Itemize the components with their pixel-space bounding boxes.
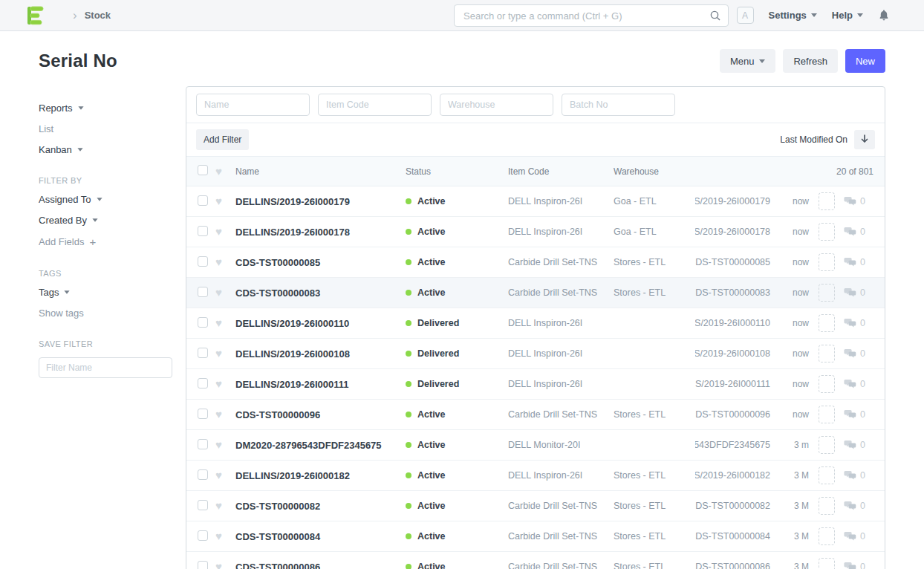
row-name-link[interactable]: CDS-TST00000086 bbox=[235, 562, 320, 569]
heart-icon[interactable]: ♥ bbox=[215, 256, 222, 268]
sidebar-item-created-by[interactable]: Created By bbox=[39, 215, 171, 226]
table-row: ♥ DELLINS/2019-26I000179 Active DELL Ins… bbox=[186, 186, 885, 217]
comment-count-value: 0 bbox=[860, 348, 865, 359]
heart-icon[interactable]: ♥ bbox=[215, 286, 222, 299]
assign-placeholder[interactable] bbox=[819, 223, 835, 241]
new-button[interactable]: New bbox=[845, 49, 885, 73]
assign-placeholder[interactable] bbox=[819, 527, 835, 545]
select-all-checkbox[interactable] bbox=[198, 165, 208, 175]
modified-cell: now bbox=[778, 348, 809, 359]
heart-icon[interactable]: ♥ bbox=[215, 316, 222, 329]
avatar[interactable]: A bbox=[737, 7, 754, 24]
comment-count: 0 bbox=[844, 348, 873, 359]
comment-bubbles-icon bbox=[844, 196, 856, 207]
row-name-link[interactable]: CDS-TST00000084 bbox=[235, 531, 320, 542]
comment-bubbles-icon bbox=[844, 257, 856, 267]
row-checkbox[interactable] bbox=[198, 561, 208, 569]
row-name-link[interactable]: CDS-TST00000083 bbox=[235, 287, 320, 299]
heart-icon[interactable]: ♥ bbox=[215, 499, 222, 512]
sidebar-item-add-fields[interactable]: Add Fields + bbox=[39, 235, 171, 248]
status-dot-icon bbox=[406, 351, 411, 357]
sidebar-item-list[interactable]: List bbox=[39, 123, 171, 134]
batch-no-filter-input[interactable] bbox=[562, 94, 675, 116]
chevron-down-icon bbox=[811, 13, 817, 17]
sort-field-selector[interactable]: Last Modified On bbox=[780, 134, 847, 145]
sidebar-item-show-tags[interactable]: Show tags bbox=[39, 308, 171, 319]
assign-placeholder[interactable] bbox=[819, 284, 835, 302]
status-label: Active bbox=[417, 409, 446, 420]
assign-placeholder[interactable] bbox=[819, 466, 835, 484]
row-name-link[interactable]: CDS-TST00000096 bbox=[235, 409, 320, 420]
row-checkbox[interactable] bbox=[198, 409, 208, 419]
menu-button-label: Menu bbox=[730, 56, 755, 67]
notifications-bell-icon[interactable] bbox=[878, 9, 890, 22]
heart-icon[interactable]: ♥ bbox=[215, 225, 222, 238]
row-checkbox[interactable] bbox=[198, 439, 208, 449]
row-name-link[interactable]: CDS-TST00000082 bbox=[235, 501, 320, 512]
search-icon bbox=[709, 10, 721, 25]
sidebar-item-kanban[interactable]: Kanban bbox=[39, 144, 171, 155]
heart-icon[interactable]: ♥ bbox=[215, 377, 222, 390]
row-name-link[interactable]: DELLINS/2019-26I000182 bbox=[235, 470, 350, 481]
help-menu[interactable]: Help bbox=[832, 10, 863, 21]
breadcrumb[interactable]: Stock bbox=[85, 10, 111, 21]
table-row: ♥ CDS-TST00000086 Active Carbide Drill S… bbox=[186, 552, 885, 569]
heart-icon[interactable]: ♥ bbox=[215, 195, 222, 207]
assign-placeholder[interactable] bbox=[819, 345, 835, 362]
column-header-warehouse: Warehouse bbox=[614, 166, 836, 177]
item-code-filter-input[interactable] bbox=[318, 94, 432, 116]
row-checkbox[interactable] bbox=[198, 256, 208, 267]
assign-placeholder[interactable] bbox=[819, 192, 835, 210]
chevron-down-icon bbox=[77, 148, 82, 152]
erpnext-logo-icon[interactable] bbox=[27, 6, 46, 25]
warehouse-filter-input[interactable] bbox=[440, 94, 553, 116]
row-name-link[interactable]: DM2020-28796543DFDF2345675 bbox=[235, 440, 382, 451]
refresh-button[interactable]: Refresh bbox=[783, 49, 838, 73]
status-dot-icon bbox=[406, 442, 411, 448]
assign-placeholder[interactable] bbox=[819, 558, 835, 569]
row-checkbox[interactable] bbox=[198, 317, 208, 328]
row-name-link[interactable]: CDS-TST00000085 bbox=[235, 257, 320, 268]
heart-icon[interactable]: ♥ bbox=[215, 530, 222, 542]
row-name-link[interactable]: DELLINS/2019-26I000111 bbox=[235, 379, 349, 390]
modified-cell: 3 M bbox=[778, 470, 809, 481]
row-name-link[interactable]: DELLINS/2019-26I000179 bbox=[235, 196, 350, 207]
heart-icon[interactable]: ♥ bbox=[215, 438, 222, 451]
row-name-link[interactable]: DELLINS/2019-26I000178 bbox=[235, 227, 350, 238]
row-name-link[interactable]: DELLINS/2019-26I000110 bbox=[235, 318, 349, 329]
add-filter-button[interactable]: Add Filter bbox=[196, 129, 249, 150]
filter-name-input[interactable] bbox=[39, 357, 172, 378]
row-checkbox[interactable] bbox=[198, 226, 208, 236]
assign-placeholder[interactable] bbox=[819, 314, 835, 332]
heart-icon[interactable]: ♥ bbox=[215, 560, 222, 569]
liked-filter-heart-icon[interactable]: ♥ bbox=[215, 165, 222, 178]
sidebar-item-assigned-to[interactable]: Assigned To bbox=[39, 194, 171, 205]
search-input[interactable] bbox=[454, 4, 729, 27]
assign-placeholder[interactable] bbox=[819, 406, 835, 423]
assign-placeholder[interactable] bbox=[819, 436, 835, 454]
assign-placeholder[interactable] bbox=[819, 497, 835, 515]
row-checkbox[interactable] bbox=[198, 500, 208, 510]
row-checkbox[interactable] bbox=[198, 469, 208, 480]
assign-placeholder[interactable] bbox=[819, 253, 835, 271]
row-checkbox[interactable] bbox=[198, 348, 208, 358]
sidebar-item-reports[interactable]: Reports bbox=[39, 103, 171, 114]
item-code-cell: Carbide Drill Set-TNS bbox=[508, 531, 614, 542]
heart-icon[interactable]: ♥ bbox=[215, 408, 222, 420]
row-checkbox[interactable] bbox=[198, 287, 208, 297]
row-checkbox[interactable] bbox=[198, 530, 208, 541]
chevron-down-icon bbox=[97, 198, 102, 201]
menu-button[interactable]: Menu bbox=[720, 49, 776, 73]
chevron-down-icon bbox=[78, 106, 83, 110]
sort-direction-button[interactable] bbox=[854, 130, 875, 149]
row-checkbox[interactable] bbox=[198, 378, 208, 388]
sidebar-item-tags[interactable]: Tags bbox=[39, 287, 171, 298]
settings-menu[interactable]: Settings bbox=[769, 10, 817, 21]
item-code-cell: DELL Inspiron-26I bbox=[508, 348, 614, 359]
row-name-link[interactable]: DELLINS/2019-26I000108 bbox=[235, 348, 350, 360]
heart-icon[interactable]: ♥ bbox=[215, 347, 222, 360]
heart-icon[interactable]: ♥ bbox=[215, 469, 222, 481]
assign-placeholder[interactable] bbox=[819, 375, 835, 393]
row-checkbox[interactable] bbox=[198, 195, 208, 206]
name-filter-input[interactable] bbox=[196, 94, 310, 116]
